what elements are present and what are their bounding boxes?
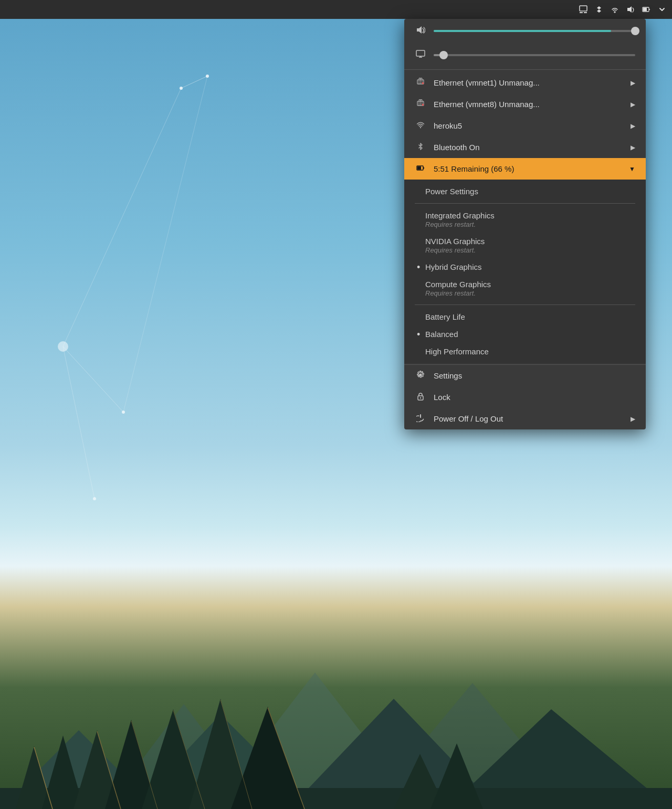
nvidia-graphics-sublabel: Requires restart. xyxy=(425,246,635,254)
menu-item-ethernet-vmnet8-label: Ethernet (vmnet8) Unmanag... xyxy=(434,100,623,109)
battery-icon[interactable] xyxy=(640,4,652,15)
system-menu-panel: Ethernet (vmnet1) Unmanag... ▶ Ethernet … xyxy=(404,19,646,429)
arrow-icon-3: ▶ xyxy=(631,122,635,130)
submenu-high-performance[interactable]: High Performance xyxy=(404,343,646,360)
audio-slider-row xyxy=(404,19,646,43)
battery-dropdown-icon: ▼ xyxy=(629,165,635,173)
svg-rect-29 xyxy=(584,12,587,13)
svg-rect-32 xyxy=(649,9,650,10)
slider-divider xyxy=(404,69,646,70)
display-slider-thumb[interactable] xyxy=(439,51,448,59)
svg-marker-30 xyxy=(627,6,632,13)
submenu-power-settings[interactable]: Power Settings xyxy=(404,183,646,200)
audio-slider-thumb[interactable] xyxy=(631,27,639,35)
graphics-divider-top xyxy=(415,203,635,204)
wifi-icon[interactable] xyxy=(609,4,621,15)
svg-rect-60 xyxy=(423,167,424,169)
svg-rect-35 xyxy=(416,50,425,56)
svg-point-58 xyxy=(420,127,421,128)
balanced-label: Balanced xyxy=(425,330,458,339)
submenu-nvidia-graphics[interactable]: NVIDIA Graphics Requires restart. xyxy=(404,233,646,258)
battery-submenu: Power Settings Integrated Graphics Requi… xyxy=(404,180,646,363)
svg-rect-61 xyxy=(417,166,421,170)
menu-item-settings[interactable]: Settings xyxy=(404,365,646,386)
display-icon xyxy=(415,49,426,61)
menu-item-bluetooth-label: Bluetooth On xyxy=(434,143,623,152)
power-settings-label: Power Settings xyxy=(425,187,478,196)
menu-footer: Settings Lock Power Off / Log Out ▶ xyxy=(404,364,646,429)
ethernet-icon xyxy=(415,78,426,88)
svg-line-24 xyxy=(63,346,123,412)
svg-rect-28 xyxy=(580,12,583,13)
system-topbar xyxy=(0,0,672,19)
settings-gear-icon xyxy=(415,371,426,381)
svg-line-25 xyxy=(123,76,207,412)
menu-chevron-icon[interactable] xyxy=(656,4,668,15)
battery-life-label: Battery Life xyxy=(425,312,465,321)
arrow-icon-4: ▶ xyxy=(631,144,635,151)
compute-graphics-sublabel: Requires restart. xyxy=(425,289,635,297)
display-slider-fill xyxy=(434,54,440,56)
submenu-compute-graphics[interactable]: Compute Graphics Requires restart. xyxy=(404,276,646,301)
menu-item-wifi-heroku5[interactable]: heroku5 ▶ xyxy=(404,115,646,136)
arrow-icon-2: ▶ xyxy=(631,101,635,108)
wifi-menu-icon xyxy=(415,121,426,131)
bluetooth-icon xyxy=(415,142,426,152)
ethernet-icon-2 xyxy=(415,99,426,109)
display-slider-row xyxy=(404,43,646,67)
power-off-label: Power Off / Log Out xyxy=(434,414,623,423)
nvidia-graphics-label: NVIDIA Graphics xyxy=(425,237,485,246)
high-performance-label: High Performance xyxy=(425,347,489,356)
audio-icon xyxy=(415,25,426,37)
volume-icon[interactable] xyxy=(625,4,636,15)
menu-item-battery-label: 5:51 Remaining (66 %) xyxy=(434,164,622,173)
power-off-arrow-icon: ▶ xyxy=(631,415,635,423)
submenu-battery-life[interactable]: Battery Life xyxy=(404,308,646,325)
menu-item-ethernet-vmnet1-label: Ethernet (vmnet1) Unmanag... xyxy=(434,78,623,87)
svg-marker-34 xyxy=(417,26,422,34)
menu-item-ethernet-vmnet8[interactable]: Ethernet (vmnet8) Unmanag... ▶ xyxy=(404,93,646,115)
hybrid-graphics-label: Hybrid Graphics xyxy=(425,262,482,271)
screen-layout-icon[interactable] xyxy=(578,4,589,15)
submenu-balanced[interactable]: Balanced xyxy=(404,325,646,343)
menu-item-heroku5-label: heroku5 xyxy=(434,121,623,130)
integrated-graphics-sublabel: Requires restart. xyxy=(425,220,635,228)
menu-item-battery[interactable]: 5:51 Remaining (66 %) ▼ xyxy=(404,158,646,180)
audio-slider-fill xyxy=(434,30,611,32)
settings-label: Settings xyxy=(434,371,635,380)
svg-line-26 xyxy=(63,346,94,499)
compute-graphics-label: Compute Graphics xyxy=(425,280,491,289)
menu-item-lock[interactable]: Lock xyxy=(404,386,646,408)
svg-rect-27 xyxy=(580,6,587,11)
svg-rect-33 xyxy=(643,8,647,11)
menu-item-ethernet-vmnet1[interactable]: Ethernet (vmnet1) Unmanag... ▶ xyxy=(404,72,646,93)
dropbox-icon[interactable] xyxy=(593,4,605,15)
svg-point-63 xyxy=(420,397,421,398)
power-icon xyxy=(415,414,426,424)
display-slider-track[interactable] xyxy=(434,54,635,56)
power-mode-divider xyxy=(415,304,635,305)
menu-item-power-off[interactable]: Power Off / Log Out ▶ xyxy=(404,408,646,429)
svg-line-23 xyxy=(63,88,181,346)
battery-menu-icon xyxy=(415,164,426,174)
lock-label: Lock xyxy=(434,393,635,402)
audio-slider-track[interactable] xyxy=(434,30,635,32)
integrated-graphics-label: Integrated Graphics xyxy=(425,211,495,220)
submenu-integrated-graphics[interactable]: Integrated Graphics Requires restart. xyxy=(404,207,646,233)
lock-icon xyxy=(415,392,426,402)
submenu-hybrid-graphics[interactable]: Hybrid Graphics xyxy=(404,258,646,276)
svg-line-22 xyxy=(181,76,207,88)
menu-item-bluetooth[interactable]: Bluetooth On ▶ xyxy=(404,136,646,158)
arrow-icon: ▶ xyxy=(631,79,635,87)
